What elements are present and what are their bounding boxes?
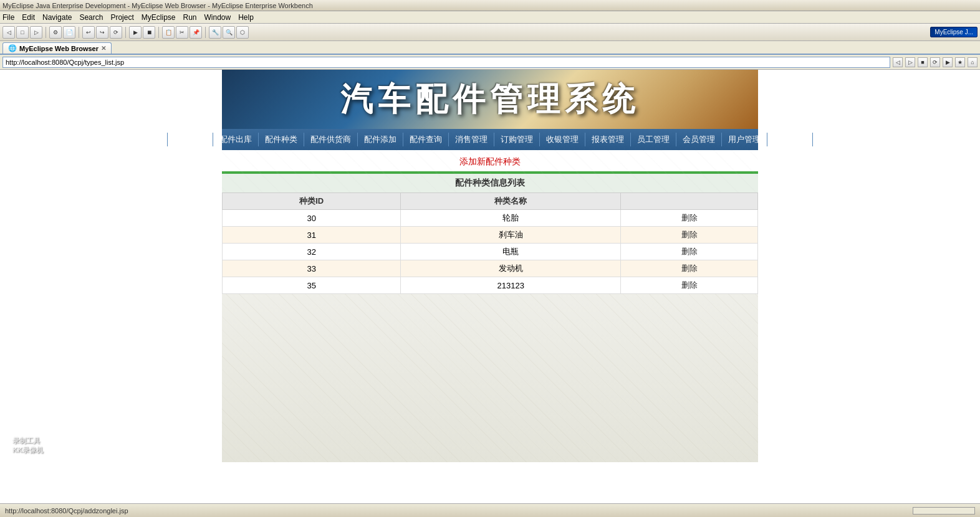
menu-run[interactable]: Run [183,13,196,22]
menu-window[interactable]: Window [204,13,231,22]
myeclipse-logo: MyEclipse J... [930,27,978,37]
cell-id: 35 [223,277,401,294]
toolbar-btn-7[interactable]: ↪ [96,26,108,39]
cell-name: 轮胎 [401,210,621,227]
toolbar-sep-3 [125,27,126,38]
content-wrapper: 汽车配件管理系统 配件入库 配件出库 配件种类 配件供货商 配件添加 配件查询 … [222,70,758,462]
nav-orders[interactable]: 订购管理 [494,133,540,146]
add-type-link[interactable]: 添加新配件种类 [459,156,521,166]
toolbar-sep-5 [205,27,206,38]
nav-refresh-btn[interactable]: ⟳ [930,57,940,67]
toolbar-btn-2[interactable]: □ [16,26,29,39]
toolbar-btn-16[interactable]: ⬡ [236,26,249,39]
nav-bookmark-btn[interactable]: ★ [955,57,965,67]
menu-myeclipse[interactable]: MyEclipse [142,13,176,22]
nav-logout[interactable]: 注销退出 [767,133,813,146]
toolbar-btn-14[interactable]: 🔧 [209,26,221,39]
table-row: 30轮胎删除 [223,210,758,227]
delete-link[interactable]: 删除 [681,263,698,273]
nav-parts-add[interactable]: 配件添加 [358,133,403,146]
tab-label: MyEclipse Web Browser [19,45,98,52]
nav-parts-in[interactable]: 配件入库 [167,133,213,146]
toolbar-btn-15[interactable]: 🔍 [223,26,235,39]
nav-go-btn[interactable]: ▶ [943,57,953,67]
data-table: 种类ID 种类名称 30轮胎删除31刹车油删除32电瓶删除33发动机删除3521… [222,192,758,294]
nav-parts-supplier[interactable]: 配件供货商 [304,133,358,146]
ide-title: MyEclipse Java Enterprise Development - … [2,2,313,9]
toolbar-btn-6[interactable]: ↩ [82,26,95,39]
nav-employees[interactable]: 员工管理 [631,133,676,146]
toolbar-btn-3[interactable]: ▷ [30,26,42,39]
table-row: 31刹车油删除 [223,227,758,244]
cell-name: 213123 [401,277,621,294]
table-row: 32电瓶删除 [223,244,758,260]
toolbar-btn-9[interactable]: ▶ [129,26,142,39]
nav-back-btn[interactable]: ◁ [893,57,903,67]
site-header: 汽车配件管理系统 [222,70,758,129]
toolbar-btn-1[interactable]: ◁ [2,26,15,39]
delete-link[interactable]: 删除 [681,247,698,256]
nav-parts-type[interactable]: 配件种类 [259,133,304,146]
cell-action: 删除 [621,277,758,294]
toolbar-btn-11[interactable]: 📋 [162,26,175,39]
nav-sales[interactable]: 消售管理 [449,133,494,146]
toolbar-btn-4[interactable]: ⚙ [49,26,62,39]
toolbar-btn-13[interactable]: 📌 [190,26,202,39]
cell-action: 删除 [621,260,758,277]
site-content-area: 添加新配件种类 配件种类信息列表 种类ID 种类名称 [222,150,758,294]
col-header-action [621,193,758,210]
cell-name: 发动机 [401,260,621,277]
site-nav: 配件入库 配件出库 配件种类 配件供货商 配件添加 配件查询 消售管理 订购管理… [222,129,758,150]
nav-parts-out[interactable]: 配件出库 [213,133,259,146]
tab-bar: 🌐 MyEclipse Web Browser ✕ [0,41,980,55]
toolbar-btn-12[interactable]: ✂ [176,26,188,39]
nav-home-btn[interactable]: ⌂ [968,57,978,67]
toolbar-btn-5[interactable]: 📄 [63,26,75,39]
menu-navigate[interactable]: Navigate [42,13,72,22]
nav-cashier[interactable]: 收银管理 [540,133,585,146]
outer-wrapper: 汽车配件管理系统 配件入库 配件出库 配件种类 配件供货商 配件添加 配件查询 … [0,70,980,462]
toolbar-sep-4 [158,27,159,38]
delete-link[interactable]: 删除 [681,213,698,222]
cell-id: 32 [223,244,401,260]
ide-toolbar: ◁ □ ▷ ⚙ 📄 ↩ ↪ ⟳ ▶ ⏹ 📋 ✂ 📌 🔧 🔍 ⬡ MyEclips… [0,24,980,41]
address-input[interactable] [2,57,890,68]
cell-action: 删除 [621,227,758,244]
toolbar-btn-8[interactable]: ⟳ [110,26,122,39]
nav-parts-query[interactable]: 配件查询 [403,133,449,146]
browser-tab[interactable]: 🌐 MyEclipse Web Browser ✕ [2,42,112,54]
tab-icon: 🌐 [8,44,17,52]
delete-link[interactable]: 删除 [681,280,698,290]
cell-action: 删除 [621,210,758,227]
cell-id: 31 [223,227,401,244]
ide-titlebar: MyEclipse Java Enterprise Development - … [0,0,980,11]
cell-action: 删除 [621,244,758,260]
nav-reports[interactable]: 报表管理 [585,133,631,146]
menu-help[interactable]: Help [238,13,254,22]
nav-stop-btn[interactable]: ■ [918,57,928,67]
cell-id: 33 [223,260,401,277]
nav-forward-btn[interactable]: ▷ [905,57,915,67]
bottom-bg-area [222,294,758,462]
col-header-name: 种类名称 [401,193,621,210]
col-header-id: 种类ID [223,193,401,210]
delete-link[interactable]: 删除 [681,230,698,239]
menu-project[interactable]: Project [110,13,133,22]
menu-edit[interactable]: Edit [22,13,35,22]
add-link-row: 添加新配件种类 [222,150,758,171]
cell-name: 电瓶 [401,244,621,260]
cell-id: 30 [223,210,401,227]
tab-close-icon[interactable]: ✕ [101,45,106,52]
table-title: 配件种类信息列表 [222,174,758,192]
toolbar-btn-10[interactable]: ⏹ [143,26,155,39]
table-row: 35213123删除 [223,277,758,294]
nav-users[interactable]: 用户管理 [722,133,767,146]
nav-members[interactable]: 会员管理 [676,133,722,146]
table-row: 33发动机删除 [223,260,758,277]
browser-content: 汽车配件管理系统 配件入库 配件出库 配件种类 配件供货商 配件添加 配件查询 … [0,70,980,506]
menu-file[interactable]: File [2,13,14,22]
cell-name: 刹车油 [401,227,621,244]
menu-search[interactable]: Search [79,13,103,22]
status-bar: http://localhost:8080/Qcpj/addzonglei.js… [0,503,980,506]
toolbar-sep-2 [79,27,79,38]
